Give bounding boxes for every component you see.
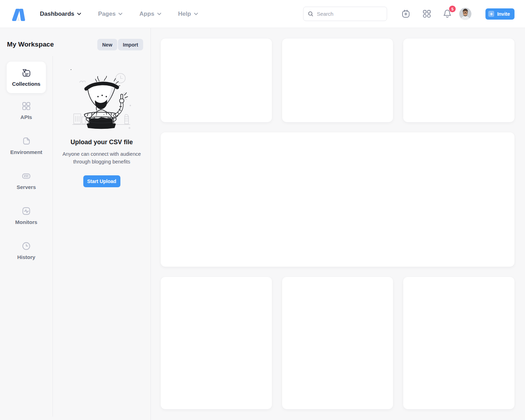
- chevron-down-icon: [77, 13, 81, 15]
- sidebar-item-label: Servers: [16, 184, 36, 190]
- nav-apps-label: Apps: [139, 10, 154, 18]
- chevron-down-icon: [157, 13, 161, 15]
- collections-icon: [21, 68, 31, 78]
- chevron-down-icon: [118, 13, 122, 15]
- apis-icon: [21, 101, 31, 111]
- nav-help[interactable]: Help: [178, 10, 198, 18]
- nav-pages[interactable]: Pages: [98, 10, 122, 18]
- nav-dashboards[interactable]: Dashboards: [40, 10, 81, 18]
- dashboard-card-6: [403, 277, 514, 409]
- dashboard-card-3: [403, 38, 514, 122]
- upload-subtitle: Anyone can connect with audience through…: [62, 150, 141, 166]
- sidebar-item-servers[interactable]: Servers: [0, 171, 52, 190]
- nav-dashboards-label: Dashboards: [40, 10, 74, 18]
- dashboard-card-5: [282, 277, 393, 409]
- sidebar-item-label: APIs: [20, 114, 32, 120]
- search-input[interactable]: [317, 11, 383, 17]
- dashboard-card-1: [161, 38, 272, 122]
- sidebar-item-environment[interactable]: Environment: [0, 136, 52, 155]
- search-box: [303, 7, 387, 21]
- invite-button[interactable]: + Invite: [485, 8, 514, 20]
- top-navigation-bar: Dashboards Pages Apps Help: [0, 0, 525, 28]
- upload-panel: Upload your CSV file Anyone can connect …: [53, 28, 150, 420]
- upload-subtitle-line2: through blogging benefits: [73, 159, 130, 164]
- app-logo-icon[interactable]: [10, 6, 26, 22]
- create-new-icon[interactable]: [401, 9, 411, 19]
- sidebar-item-apis[interactable]: APIs: [0, 101, 52, 120]
- dashboard-card-2: [282, 38, 393, 122]
- header-actions: 5 + Invite: [303, 7, 514, 21]
- user-avatar[interactable]: [459, 8, 471, 20]
- sidebar-item-monitors[interactable]: Monitors: [0, 206, 52, 225]
- apps-grid-icon[interactable]: [422, 9, 431, 18]
- nav-apps[interactable]: Apps: [139, 10, 161, 18]
- sidebar-item-collections[interactable]: Collections: [7, 62, 46, 93]
- sidebar-item-label: Collections: [12, 81, 41, 87]
- search-icon: [308, 10, 314, 17]
- workspace-title: My Workspace: [7, 41, 54, 48]
- history-icon: [21, 241, 31, 251]
- upload-illustration: [71, 69, 133, 132]
- dashboard-content: [151, 28, 525, 420]
- nav-pages-label: Pages: [98, 10, 115, 18]
- servers-icon: [21, 171, 31, 181]
- invite-label: Invite: [497, 11, 510, 17]
- upload-title: Upload your CSV file: [70, 139, 133, 146]
- environment-icon: [21, 136, 31, 146]
- sidebar-item-label: Monitors: [15, 219, 37, 225]
- chevron-down-icon: [194, 13, 198, 15]
- monitors-icon: [21, 206, 31, 216]
- nav-help-label: Help: [178, 10, 191, 18]
- plus-icon: +: [488, 11, 494, 17]
- dashboard-card-4: [161, 277, 272, 409]
- notification-badge: 5: [449, 6, 456, 12]
- start-upload-button[interactable]: Start Upload: [83, 175, 120, 187]
- main-nav: Dashboards Pages Apps Help: [40, 10, 198, 18]
- upload-subtitle-line1: Anyone can connect with audience: [62, 151, 141, 157]
- sidebar-item-history[interactable]: History: [0, 241, 52, 260]
- sidebar-item-label: History: [17, 254, 35, 260]
- sidebar-item-label: Environment: [10, 149, 42, 155]
- card-grid: [161, 38, 514, 409]
- dashboard-card-wide: [161, 132, 514, 267]
